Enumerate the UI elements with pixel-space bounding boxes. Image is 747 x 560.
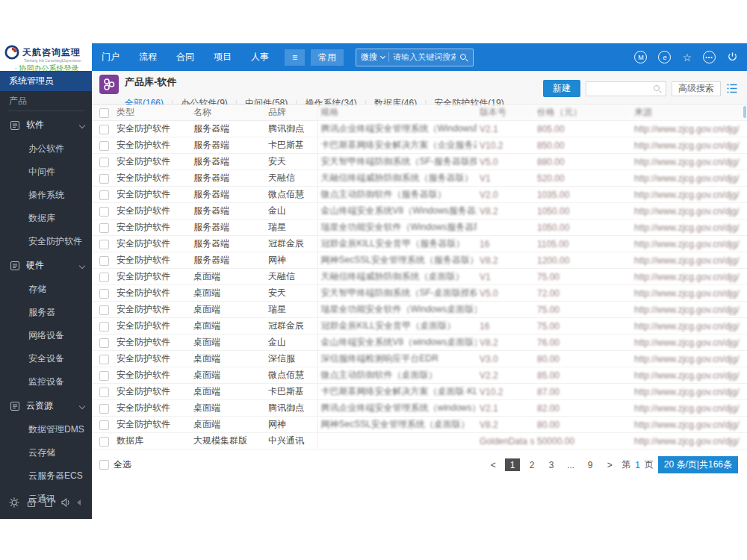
table-row[interactable]: 安全防护软件桌面端微点佰慧微点主动防御软件（桌面版）V2.285.00http:… (92, 367, 747, 384)
table-row[interactable]: 安全防护软件服务器端天融信天融信终端威胁防御系统（服务器版）V1520.00ht… (92, 170, 747, 187)
table-row[interactable]: 安全防护软件桌面端瑞星瑞星全功能安全软件（Windows桌面版）75.00htt… (92, 302, 747, 318)
e-icon[interactable]: e (658, 51, 671, 63)
row-checkbox[interactable] (99, 305, 109, 315)
table-row[interactable]: 安全防护软件服务器端安天安天智甲终端防御系统（SF-服务器版授权）V5.0880… (92, 154, 747, 170)
jump-suffix: 页 (645, 458, 654, 471)
advanced-search-button[interactable]: 高级搜索 (672, 81, 721, 96)
row-checkbox[interactable] (99, 174, 109, 184)
search-icon[interactable] (459, 53, 468, 62)
volume-icon[interactable] (60, 497, 72, 508)
table-row[interactable]: 安全防护软件服务器端瑞星瑞星全功能安全软件（Windows服务器版）1050.0… (92, 220, 747, 236)
table-row[interactable]: 安全防护软件服务器端金山金山终端安全系统V8（Windows服务器版）V8.21… (92, 203, 747, 220)
table-row[interactable]: 安全防护软件服务器端腾讯御点腾讯企业终端安全管理系统（Windows版）V2.1… (92, 121, 747, 137)
row-checkbox[interactable] (99, 338, 109, 348)
table-row[interactable]: 安全防护软件桌面端冠群金辰冠群金辰KILL安全胄甲（桌面版）1675.00htt… (92, 318, 747, 335)
sidebar-footer (0, 486, 92, 519)
row-checkbox[interactable] (99, 355, 109, 364)
row-checkbox[interactable] (99, 190, 109, 200)
search-input[interactable]: 请输入关键词搜索 (393, 52, 456, 63)
row-checkbox[interactable] (99, 371, 109, 381)
row-checkbox[interactable] (99, 223, 109, 233)
sidebar-group[interactable]: 软件 (0, 113, 92, 137)
row-checkbox[interactable] (99, 420, 109, 430)
row-checkbox[interactable] (99, 158, 109, 167)
nav-item[interactable]: 流程 (129, 51, 167, 63)
table-row[interactable]: 安全防护软件服务器端微点佰慧微点主动防御软件（服务器版）V2.01035.00h… (92, 187, 747, 203)
header-checkbox[interactable] (99, 108, 109, 118)
sidebar-item[interactable]: 中间件 (0, 161, 92, 184)
row-checkbox[interactable] (99, 322, 109, 332)
prev-page-button[interactable]: < (486, 458, 500, 471)
row-checkbox[interactable] (99, 437, 109, 447)
star-icon[interactable]: ☆ (682, 52, 692, 63)
row-checkbox[interactable] (99, 273, 109, 282)
sidebar-item[interactable]: 数据库 (0, 207, 92, 230)
table-row[interactable]: 安全防护软件桌面端网神网神SecSSL安全管理系统（桌面版）V8.280.00h… (92, 417, 747, 433)
sidebar-item[interactable]: 办公软件 (0, 137, 92, 161)
folder-icon (10, 121, 19, 130)
select-all: 全选 (99, 458, 131, 471)
page-button[interactable]: ... (563, 458, 578, 471)
new-button[interactable]: 新建 (543, 80, 580, 97)
global-search[interactable]: 微搜 请输入关键词搜索 (356, 49, 474, 66)
nav-item[interactable]: 人事 (241, 51, 279, 63)
nav-item[interactable]: 项目 (204, 51, 241, 63)
table-row[interactable]: 安全防护软件桌面端安天安天智甲终端防御系统（SF-桌面版授权）V5.072.00… (92, 285, 747, 302)
table-row[interactable]: 数据库大规模集群版中兴通讯GoldenData s...50000.00http… (92, 433, 747, 449)
collapse-sidebar-icon[interactable] (77, 500, 81, 505)
table-row[interactable]: 安全防护软件桌面端金山金山终端安全系统V8（windows桌面版）V8.276.… (92, 335, 747, 351)
sidebar-item[interactable]: 安全防护软件 (0, 230, 92, 253)
cell-type: 安全防护软件 (114, 417, 190, 433)
sidebar-item[interactable]: 存储 (0, 278, 92, 301)
sidebar-item[interactable]: 安全设备 (0, 347, 92, 370)
select-all-checkbox[interactable] (99, 460, 109, 470)
table-row[interactable]: 安全防护软件服务器端网神网神SecSSL安全管理系统（服务器版）V8.21200… (92, 252, 747, 269)
gear-icon[interactable] (8, 497, 20, 508)
nav-item-active[interactable]: 常用 (311, 49, 344, 66)
table-search-input[interactable] (586, 81, 666, 96)
row-checkbox[interactable] (99, 207, 109, 217)
nav-item[interactable]: 门户 (92, 51, 129, 63)
table-row[interactable]: 安全防护软件桌面端天融信天融信终端威胁防御系统（桌面版）V175.00http:… (92, 269, 747, 285)
nav-more-menu-icon[interactable]: ≡ (285, 49, 305, 66)
table-row[interactable]: 安全防护软件服务器端冠群金辰冠群金辰KILL安全胄甲（服务器版）161105.0… (92, 236, 747, 252)
sidebar-item[interactable]: 操作系统 (0, 184, 92, 207)
sidebar-group[interactable]: 硬件 (0, 253, 92, 278)
page-button[interactable]: 1 (505, 458, 520, 471)
page-button[interactable]: 3 (544, 458, 559, 471)
table-row[interactable]: 安全防护软件桌面端深信服深信服终端检测响应平台EDRV3.080.00http:… (92, 351, 747, 367)
search-scope-label[interactable]: 微搜 (361, 52, 377, 63)
page-size-summary[interactable]: 20 条/页|共166条 (658, 456, 738, 473)
page-button[interactable]: 9 (583, 458, 598, 471)
row-checkbox[interactable] (99, 404, 109, 414)
power-icon[interactable] (727, 52, 738, 63)
more-icon[interactable]: ••• (703, 51, 716, 63)
table-row[interactable]: 安全防护软件桌面端腾讯御点腾讯企业终端安全管理系统（windows）V2.1V2… (92, 400, 747, 417)
theme-icon[interactable] (43, 497, 55, 508)
row-checkbox[interactable] (99, 388, 109, 397)
sidebar-item[interactable]: 监控设备 (0, 370, 92, 393)
sidebar-group[interactable]: 云资源 (0, 393, 92, 418)
jump-page-number[interactable]: 1 (635, 460, 640, 470)
row-checkbox[interactable] (99, 125, 109, 134)
lock-icon[interactable] (25, 497, 37, 508)
sidebar-item[interactable]: 数据管理DMS (0, 418, 92, 441)
row-checkbox[interactable] (99, 240, 109, 249)
folder-icon (10, 261, 19, 270)
m-icon[interactable]: M (634, 51, 647, 63)
sidebar-item[interactable]: 网络设备 (0, 324, 92, 347)
table-row[interactable]: 安全防护软件服务器端卡巴斯基卡巴斯基网络安全解决方案（企业服务器版）V10.28… (92, 137, 747, 154)
nav-item[interactable]: 合同 (167, 51, 204, 63)
sidebar-item[interactable]: 云存储 (0, 441, 92, 464)
list-view-icon[interactable] (726, 83, 738, 94)
next-page-button[interactable]: > (602, 458, 617, 471)
page-button[interactable]: 2 (524, 458, 539, 471)
table-row[interactable]: 安全防护软件桌面端卡巴斯基卡巴斯基网络安全解决方案（桌面版·KL）V10.287… (92, 384, 747, 400)
sidebar-item[interactable]: 服务器 (0, 301, 92, 324)
row-checkbox[interactable] (99, 256, 109, 266)
row-checkbox[interactable] (99, 289, 109, 299)
sidebar-item[interactable]: 云服务器ECS (0, 464, 92, 488)
scrollbar-thumb[interactable] (743, 106, 746, 118)
product-table: 类型名称品牌规格版本号价格（元）来源 安全防护软件服务器端腾讯御点腾讯企业终端安… (92, 105, 747, 449)
row-checkbox[interactable] (99, 141, 109, 151)
